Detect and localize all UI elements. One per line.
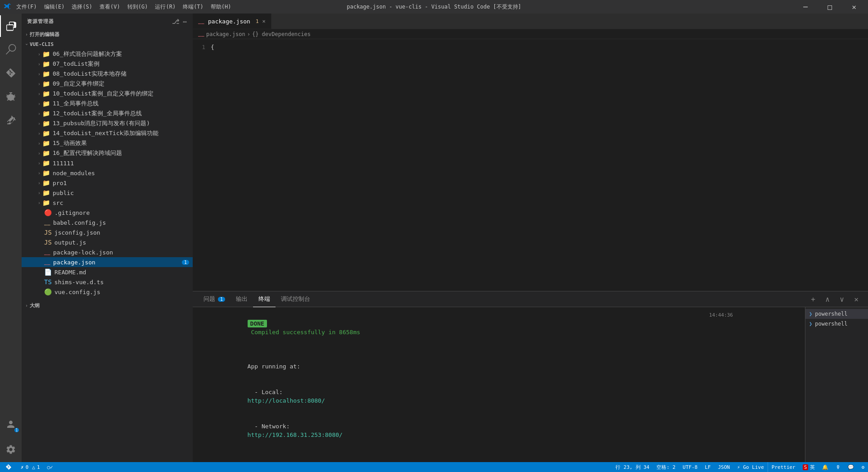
tree-item-13[interactable]: › 📁 13_pubsub消息订阅与发布(有问题) bbox=[22, 118, 193, 128]
tree-item-package-lock[interactable]: ⎯⎯ package-lock.json bbox=[22, 247, 193, 257]
status-check[interactable]: ○✓ bbox=[44, 462, 57, 472]
status-bar: ✗ 0 △ 1 ○✓ 行 23, 列 34 空格: 2 UTF-8 LF JSO… bbox=[0, 462, 868, 472]
project-section[interactable]: › VUE-CLIS bbox=[22, 39, 193, 49]
code-text[interactable]: { bbox=[211, 43, 214, 51]
panel-chevron-up-button[interactable]: ∧ bbox=[821, 293, 834, 305]
terminal-content[interactable]: 14:44:36 DONE Compiled successfully in 8… bbox=[193, 307, 805, 462]
tab-close-button[interactable]: ✕ bbox=[262, 18, 266, 24]
status-encoding[interactable]: UTF-8 bbox=[679, 462, 701, 472]
line-numbers: 1 bbox=[193, 43, 211, 51]
activity-explorer-icon[interactable] bbox=[0, 15, 22, 37]
close-button[interactable]: ✕ bbox=[844, 0, 864, 14]
activity-account-icon[interactable]: 1 bbox=[0, 413, 22, 435]
tree-item-jsconfig[interactable]: JS jsconfig.json bbox=[22, 227, 193, 237]
activity-bar: 1 bbox=[0, 14, 22, 462]
sidebar-header: 资源管理器 ⎇ ⋯ bbox=[22, 14, 193, 29]
maximize-button[interactable]: □ bbox=[819, 0, 840, 14]
new-file-icon[interactable]: ⎇ bbox=[172, 18, 180, 25]
folder-chevron-icon: › bbox=[38, 111, 41, 116]
menu-selection[interactable]: 选择(S) bbox=[72, 3, 92, 11]
local-url[interactable]: http://localhost:8080/ bbox=[248, 397, 325, 404]
status-prettier[interactable]: Prettier bbox=[768, 462, 799, 472]
minimize-button[interactable]: ─ bbox=[795, 0, 816, 14]
menu-view[interactable]: 查看(V) bbox=[99, 3, 120, 11]
status-feedback-icon[interactable]: 💬 bbox=[844, 462, 858, 472]
status-mic-icon[interactable]: 🎙 bbox=[832, 462, 844, 472]
panel-tab-output[interactable]: 输出 bbox=[231, 291, 253, 307]
breadcrumb-file[interactable]: package.json bbox=[206, 31, 245, 37]
status-go-live[interactable]: ⚡ Go Live bbox=[733, 462, 768, 472]
tree-item-gitignore[interactable]: 🔴 .gitignore bbox=[22, 208, 193, 218]
panel-tab-problems[interactable]: 问题 1 bbox=[198, 291, 231, 307]
breadcrumb-section[interactable]: {} devDependencies bbox=[252, 31, 311, 37]
panel-tab-debug[interactable]: 调试控制台 bbox=[276, 291, 316, 307]
tree-item-shims[interactable]: TS shims-vue.d.ts bbox=[22, 277, 193, 287]
outline-section[interactable]: › 大纲 bbox=[22, 300, 193, 310]
line-number-1: 1 bbox=[193, 43, 205, 51]
tree-item-11[interactable]: › 📁 11_全局事件总线 bbox=[22, 99, 193, 109]
menu-run[interactable]: 运行(R) bbox=[155, 3, 176, 11]
tree-item-06[interactable]: › 📁 06_样式混合问题解决方案 bbox=[22, 49, 193, 59]
terminal-wrapper: 14:44:36 DONE Compiled successfully in 8… bbox=[193, 307, 805, 462]
tree-item-label: 08_todoList实现本地存储 bbox=[53, 70, 127, 78]
panel-tab-terminal[interactable]: 终端 bbox=[253, 291, 276, 307]
open-editors-section[interactable]: › 打开的编辑器 bbox=[22, 29, 193, 39]
tree-item-src[interactable]: › 📁 src bbox=[22, 198, 193, 208]
tree-item-111111[interactable]: › 📁 111111 bbox=[22, 158, 193, 168]
tree-item-output[interactable]: JS output.js bbox=[22, 237, 193, 247]
panel-area: 问题 1 输出 终端 调试控制台 + ∧ ∨ ✕ bbox=[193, 291, 868, 462]
tree-item-label: 12_todoList案例_全局事件总线 bbox=[53, 109, 142, 118]
tab-package-json[interactable]: ⎯⎯ package.json 1 ✕ bbox=[193, 14, 271, 29]
panel-chevron-down-button[interactable]: ∨ bbox=[836, 293, 848, 305]
tab-file-icon: ⎯⎯ bbox=[198, 18, 204, 24]
tree-item-pro1[interactable]: › 📁 pro1 bbox=[22, 178, 193, 188]
activity-debug-icon[interactable] bbox=[0, 86, 22, 107]
status-ime[interactable]: S 英 bbox=[799, 462, 819, 472]
status-eol[interactable]: LF bbox=[701, 462, 714, 472]
tree-item-babel[interactable]: ⎯⎯ babel.config.js bbox=[22, 218, 193, 227]
new-folder-icon[interactable]: ⋯ bbox=[183, 18, 187, 25]
problems-badge: 1 bbox=[218, 297, 225, 302]
status-position[interactable]: 行 23, 列 34 bbox=[612, 462, 653, 472]
menu-file[interactable]: 文件(F) bbox=[16, 3, 37, 11]
folder-chevron-icon: › bbox=[38, 91, 41, 96]
activity-git-icon[interactable] bbox=[0, 62, 22, 84]
menu-terminal[interactable]: 终端(T) bbox=[183, 3, 203, 11]
activity-extensions-icon[interactable] bbox=[0, 109, 22, 131]
panel-add-button[interactable]: + bbox=[807, 293, 819, 305]
gitignore-icon: 🔴 bbox=[44, 209, 52, 216]
status-settings-icon[interactable]: ⚙ bbox=[858, 462, 868, 472]
panel-close-button[interactable]: ✕ bbox=[850, 293, 863, 305]
menu-edit[interactable]: 编辑(E) bbox=[44, 3, 65, 11]
ps-item-1[interactable]: ❯ powershell bbox=[805, 309, 868, 319]
network-url[interactable]: http://192.168.31.253:8080/ bbox=[248, 431, 343, 438]
status-errors[interactable]: ✗ 0 △ 1 bbox=[17, 462, 44, 472]
tree-item-15[interactable]: › 📁 15_动画效果 bbox=[22, 138, 193, 148]
menu-goto[interactable]: 转到(G) bbox=[127, 3, 148, 11]
tree-item-10[interactable]: › 📁 10_todoList案例_自定义事件的绑定 bbox=[22, 89, 193, 99]
status-language[interactable]: JSON bbox=[714, 462, 734, 472]
tree-item-14[interactable]: › 📁 14_todoList_nextTick添加编辑功能 bbox=[22, 128, 193, 138]
tree-item-08[interactable]: › 📁 08_todoList实现本地存储 bbox=[22, 69, 193, 79]
status-git-icon[interactable] bbox=[0, 462, 17, 472]
tree-item-09[interactable]: › 📁 09_自定义事件绑定 bbox=[22, 79, 193, 89]
tree-item-12[interactable]: › 📁 12_todoList案例_全局事件总线 bbox=[22, 109, 193, 118]
tree-item-readme[interactable]: 📄 README.md bbox=[22, 267, 193, 277]
status-spaces[interactable]: 空格: 2 bbox=[653, 462, 679, 472]
menu-help[interactable]: 帮助(H) bbox=[211, 3, 231, 11]
tree-item-public[interactable]: › 📁 public bbox=[22, 188, 193, 198]
tree-item-label: README.md bbox=[54, 269, 86, 276]
tree-item-package-json[interactable]: ⎯⎯ package.json 1 bbox=[22, 257, 193, 267]
status-bell-icon[interactable]: 🔔 bbox=[818, 462, 832, 472]
panel-tab-output-label: 输出 bbox=[236, 295, 248, 303]
tree-item-16[interactable]: › 📁 16_配置代理解决跨域问题 bbox=[22, 148, 193, 158]
tree-item-vue-config[interactable]: 🟢 vue.config.js bbox=[22, 287, 193, 297]
node-modules-icon: 📁 bbox=[42, 169, 50, 177]
ps-item-2[interactable]: ❯ powershell bbox=[805, 319, 868, 329]
tree-item-07[interactable]: › 📁 07_todList案例 bbox=[22, 59, 193, 69]
activity-settings-icon[interactable] bbox=[0, 439, 22, 460]
eol-text: LF bbox=[705, 464, 710, 470]
tree-item-node-modules[interactable]: › 📁 node_modules bbox=[22, 168, 193, 178]
tab-label: package.json bbox=[208, 18, 250, 25]
activity-search-icon[interactable] bbox=[0, 39, 22, 60]
